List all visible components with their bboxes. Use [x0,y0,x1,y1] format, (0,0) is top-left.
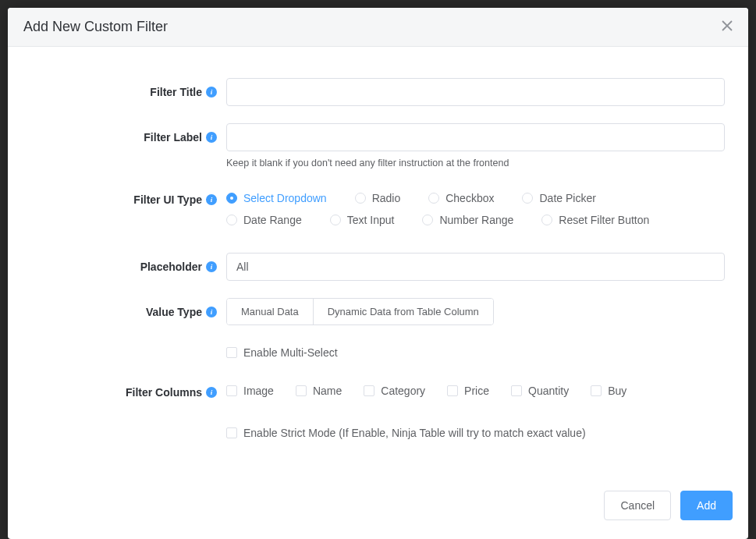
value-type-option[interactable]: Dynamic Data from Table Column [314,299,493,324]
ui-type-radio[interactable]: Select Dropdown [226,192,327,204]
radio-circle-icon [330,215,341,225]
label-placeholder: Placeholder i [31,253,226,281]
radio-circle-icon [226,215,237,225]
ui-type-radio[interactable]: Radio [355,192,401,204]
filter-columns-group: ImageNameCategoryPriceQuantityBuy [226,378,725,406]
label-filter-columns: Filter Columns i [31,378,226,406]
ui-type-radio[interactable]: Date Range [226,214,302,226]
placeholder-input[interactable] [226,253,725,281]
ui-type-radio[interactable]: Number Range [422,214,513,226]
close-icon [722,20,733,31]
radio-circle-icon [355,193,366,204]
radio-circle-icon [422,215,433,225]
label-filter-title: Filter Title i [31,78,226,106]
value-type-option[interactable]: Manual Data [227,299,314,324]
info-icon[interactable]: i [206,87,217,98]
ui-type-radio[interactable]: Text Input [330,214,395,226]
filter-column-checkbox[interactable]: Price [447,385,489,397]
info-icon[interactable]: i [206,387,217,398]
filter-title-input[interactable] [226,78,725,106]
row-placeholder: Placeholder i [31,253,725,281]
value-type-button-group: Manual DataDynamic Data from Table Colum… [226,298,494,325]
row-filter-label: Filter Label i Keep it blank if you don'… [31,123,725,168]
row-ui-type: Filter UI Type i Select DropdownRadioChe… [31,186,725,236]
checkbox-box-icon [296,385,307,396]
row-filter-title: Filter Title i [31,78,725,106]
checkbox-box-icon [226,427,237,438]
radio-circle-icon [541,215,552,225]
filter-column-checkbox[interactable]: Quantity [511,385,569,397]
radio-circle-icon [522,193,533,204]
label-filter-label: Filter Label i [31,123,226,168]
modal-header: Add New Custom Filter [8,8,748,47]
modal-body: Filter Title i Filter Label i Keep it bl… [8,47,748,480]
strict-mode-checkbox[interactable]: Enable Strict Mode (If Enable, Ninja Tab… [226,427,586,439]
checkbox-box-icon [226,347,237,358]
label-ui-type: Filter UI Type i [31,186,226,236]
row-filter-columns: Filter Columns i ImageNameCategoryPriceQ… [31,378,725,406]
radio-circle-icon [226,193,237,204]
row-multi-select: Enable Multi-Select [31,343,725,361]
cancel-button[interactable]: Cancel [604,491,671,520]
row-strict-mode: Enable Strict Mode (If Enable, Ninja Tab… [31,424,725,441]
close-button[interactable] [722,20,733,34]
filter-column-checkbox[interactable]: Buy [591,385,626,397]
info-icon[interactable]: i [206,261,217,272]
filter-column-checkbox[interactable]: Category [364,385,425,397]
radio-circle-icon [428,193,439,204]
modal-title: Add New Custom Filter [23,19,168,35]
multi-select-checkbox[interactable]: Enable Multi-Select [226,346,338,359]
filter-column-checkbox[interactable]: Name [296,385,342,397]
filter-label-hint: Keep it blank if you don't need any filt… [226,158,725,168]
filter-label-input[interactable] [226,123,725,151]
ui-type-radio-group: Select DropdownRadioCheckboxDate PickerD… [226,186,725,236]
info-icon[interactable]: i [206,307,217,317]
add-custom-filter-modal: Add New Custom Filter Filter Title i Fil… [8,8,748,539]
ui-type-radio[interactable]: Date Picker [522,192,595,204]
ui-type-radio[interactable]: Reset Filter Button [541,214,649,226]
ui-type-radio[interactable]: Checkbox [428,192,494,204]
filter-column-checkbox[interactable]: Image [226,385,274,397]
info-icon[interactable]: i [206,194,217,205]
add-button[interactable]: Add [680,491,733,520]
checkbox-box-icon [511,385,522,396]
row-value-type: Value Type i Manual DataDynamic Data fro… [31,298,725,326]
checkbox-box-icon [447,385,458,396]
modal-footer: Cancel Add [8,480,748,539]
checkbox-box-icon [591,385,602,396]
checkbox-box-icon [226,385,237,396]
info-icon[interactable]: i [206,132,217,143]
checkbox-box-icon [364,385,374,396]
label-value-type: Value Type i [31,298,226,326]
